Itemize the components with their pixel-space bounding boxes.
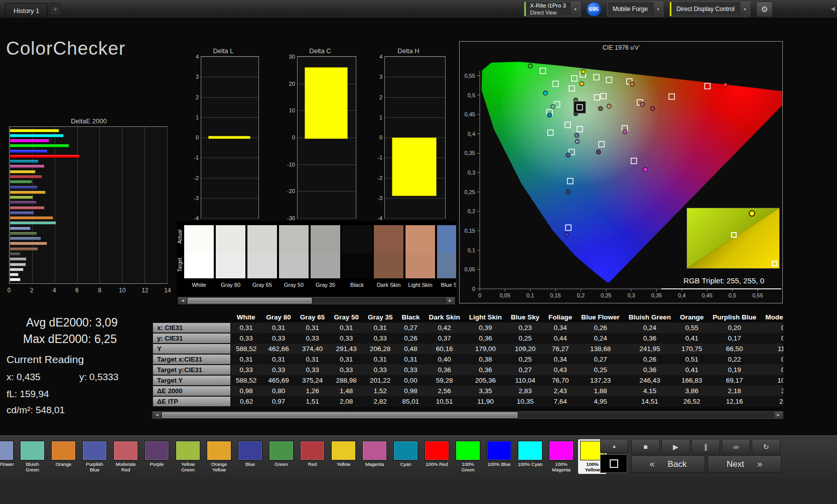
scroll-right-icon[interactable]: ►	[446, 297, 455, 304]
current-reading-box	[574, 101, 586, 113]
next-button[interactable]: Next »	[708, 455, 781, 473]
chevron-down-icon[interactable]: ▼	[740, 2, 750, 16]
axis-tick-label: 3	[379, 74, 382, 80]
patch-tile-100-red[interactable]: 100% Red	[423, 439, 451, 474]
table-cell: 246,43	[624, 375, 675, 386]
table-cell: 0,33	[329, 365, 363, 375]
measured-marker	[623, 130, 627, 134]
axis-tick-label: 0,45	[465, 111, 475, 117]
bottom-bar: Blue FlowerBluish GreenOrangePurplish Bl…	[0, 435, 837, 504]
table-scrollbar[interactable]: ◄ ►	[152, 411, 783, 419]
pause-button-icon[interactable]: ∥	[691, 439, 720, 454]
table-cell: 241,95	[624, 344, 675, 354]
chevron-down-icon[interactable]: ▼	[653, 2, 663, 16]
swatch-actual	[405, 225, 435, 253]
luminance-badge: 695	[587, 2, 601, 17]
next-chevron-icon: »	[757, 459, 762, 469]
display-window-button[interactable]	[600, 454, 627, 473]
patch-color-100-magenta	[549, 441, 574, 460]
patch-tile-magenta[interactable]: Magenta	[360, 439, 389, 474]
gridline	[201, 117, 258, 118]
table-corner	[153, 312, 231, 322]
next-label: Next	[727, 459, 744, 469]
stop-button-icon[interactable]: ■	[631, 439, 660, 454]
patch-tile-green[interactable]: Green	[267, 439, 296, 474]
gear-icon[interactable]: ⚙	[756, 2, 773, 17]
scroll-right-icon[interactable]: ►	[774, 412, 783, 418]
axis-tick-label: 1	[379, 114, 382, 120]
table-cell: 206,28	[363, 344, 397, 354]
patch-tile-moderate-red[interactable]: Moderate Red	[111, 439, 140, 474]
patch-color-100-cyan	[518, 441, 542, 460]
axis-tick-label: 0,1	[526, 292, 534, 298]
scrollbar-thumb[interactable]	[188, 298, 312, 303]
patch-tile-yellow[interactable]: Yellow	[329, 439, 358, 474]
patch-label: Blue Flower	[0, 462, 16, 467]
collapse-panel-icon[interactable]: ◀	[831, 6, 835, 12]
inset-divider	[661, 288, 781, 289]
swatch-target	[405, 253, 435, 278]
patch-tile-100-green[interactable]: 100% Green	[454, 439, 482, 474]
scroll-left-icon[interactable]: ◄	[153, 412, 162, 418]
patch-tile-blue-flower[interactable]: Blue Flower	[0, 439, 16, 474]
table-cell: 0,27	[397, 322, 424, 333]
swatch-light-skin: Light Skin	[405, 225, 435, 288]
patch-tile-blue[interactable]: Blue	[236, 439, 264, 474]
source-selector[interactable]: Mobile Forge ▼	[607, 2, 663, 17]
bar-row	[10, 205, 167, 210]
patch-color-100-red	[425, 441, 449, 460]
scrollbar-track[interactable]	[162, 412, 774, 418]
swatch-gray-80: Gray 80	[216, 225, 245, 288]
gridline	[201, 218, 258, 219]
patch-tile-orange-yellow[interactable]: Orange Yellow	[205, 439, 233, 474]
continuous-button-icon[interactable]: ∞	[722, 439, 750, 454]
back-button[interactable]: « Back	[631, 455, 705, 473]
axis-tick-label: 0,15	[550, 292, 561, 298]
bar-row	[10, 231, 167, 236]
chevron-down-icon[interactable]: ▼	[570, 2, 580, 16]
patch-tile-100-magenta[interactable]: 100% Magenta	[547, 439, 576, 474]
scrollbar-thumb[interactable]	[162, 412, 517, 418]
table-cell: 0,98	[397, 386, 424, 396]
patch-tile-red[interactable]: Red	[298, 439, 327, 474]
expand-patch-list-button[interactable]: ▲	[600, 439, 628, 453]
patch-tile-orange[interactable]: Orange	[49, 439, 78, 474]
bar-row	[10, 226, 167, 231]
display-control-selector[interactable]: Direct Display Control ▼	[669, 2, 750, 17]
patch-tile-bluish-green[interactable]: Bluish Green	[18, 439, 47, 474]
app-window: History 1 + X-Rite i1Pro 3 Direct View ▼…	[0, 0, 837, 504]
measured-marker	[543, 91, 547, 95]
swatch-label: Black	[342, 282, 372, 288]
measured-marker	[650, 106, 654, 110]
patch-label: Orange Yellow	[205, 462, 233, 472]
table-cell: 0,31	[761, 365, 783, 375]
gridline	[201, 77, 258, 77]
deltae-bar-moderate-red	[10, 206, 45, 210]
patch-color-yellow-green	[176, 441, 200, 460]
deltae-bar-foliage	[10, 232, 37, 235]
patch-tile-yellow-green[interactable]: Yellow Green	[174, 439, 202, 474]
patch-color-orange	[51, 441, 76, 460]
patch-tile-100-cyan[interactable]: 100% Cyan	[516, 439, 544, 474]
swatch-target	[184, 253, 214, 278]
patch-tile-100-blue[interactable]: 100% Blue	[485, 439, 513, 474]
patch-color-magenta	[362, 441, 387, 460]
patch-tile-cyan[interactable]: Cyan	[391, 439, 420, 474]
gridline	[201, 178, 258, 179]
measured-marker	[630, 82, 634, 86]
play-button-icon[interactable]: ▶	[661, 439, 690, 454]
transport-controls: ■▶∥∞↻	[631, 439, 780, 454]
scroll-left-icon[interactable]: ◄	[178, 297, 187, 304]
patch-tile-purplish-blue[interactable]: Purplish Blue	[80, 439, 109, 474]
gridline	[385, 97, 445, 98]
table-cell: 2,56	[425, 386, 465, 396]
loop-button-icon[interactable]: ↻	[752, 439, 780, 454]
patch-tile-purple[interactable]: Purple	[143, 439, 171, 474]
meter-label: X-Rite i1Pro 3 Direct View	[526, 2, 570, 16]
scrollbar-track[interactable]	[187, 297, 446, 304]
swatch-target	[311, 253, 340, 278]
add-tab-button[interactable]: +	[49, 3, 61, 15]
meter-selector[interactable]: X-Rite i1Pro 3 Direct View ▼	[524, 2, 581, 17]
tab-history-1[interactable]: History 1	[5, 3, 48, 18]
swatch-scrollbar[interactable]: ◄ ►	[178, 297, 455, 304]
